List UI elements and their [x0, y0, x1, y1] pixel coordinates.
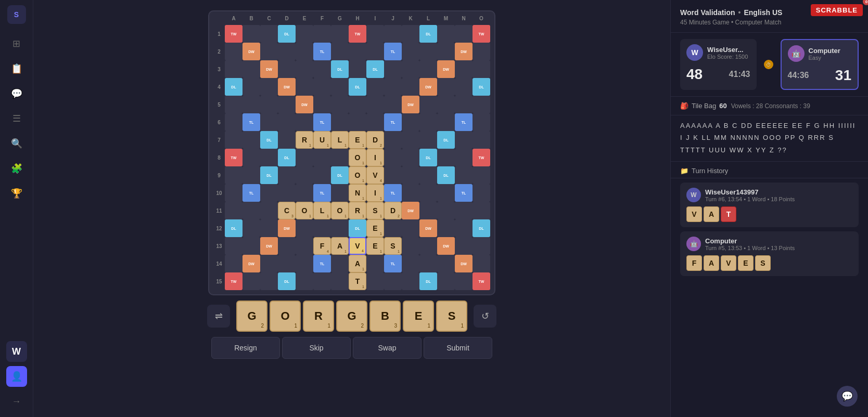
cell-empty-4-14[interactable]: [473, 96, 490, 113]
cell-empty-12-13[interactable]: [455, 237, 473, 255]
cell-empty-3-12[interactable]: [437, 78, 455, 96]
cell-empty-7-1[interactable]: [242, 149, 260, 166]
cell-empty-2-4[interactable]: [296, 60, 313, 78]
cell-empty-0-1[interactable]: [242, 25, 260, 43]
board-tile-10-3[interactable]: C 3: [278, 202, 296, 219]
cell-empty-12-14[interactable]: [473, 237, 490, 255]
rack-tile-1[interactable]: O 1: [270, 301, 301, 332]
cell-empty-0-5[interactable]: [313, 25, 331, 43]
cell-empty-1-0[interactable]: [225, 43, 242, 60]
cell-empty-5-8[interactable]: [366, 113, 384, 131]
cell-empty-1-3[interactable]: [278, 43, 296, 60]
sidebar-item-word[interactable]: W: [6, 341, 27, 362]
board-tile-10-5[interactable]: L 1: [313, 202, 331, 219]
sidebar-item-logout[interactable]: →: [6, 391, 27, 412]
cell-empty-8-10[interactable]: [402, 166, 419, 184]
board-tile-10-8[interactable]: S 1: [366, 202, 384, 219]
cell-empty-4-13[interactable]: [455, 96, 473, 113]
cell-empty-12-1[interactable]: [242, 237, 260, 255]
board-tile-12-8[interactable]: E 1: [366, 237, 384, 255]
cell-empty-3-1[interactable]: [242, 78, 260, 96]
cell-empty-1-4[interactable]: [296, 43, 313, 60]
rack-tile-2[interactable]: R 1: [303, 301, 334, 332]
cell-empty-13-10[interactable]: [402, 255, 419, 272]
cell-empty-3-13[interactable]: [455, 78, 473, 96]
sidebar-item-list[interactable]: ☰: [6, 108, 27, 129]
cell-empty-12-3[interactable]: [278, 237, 296, 255]
cell-empty-11-1[interactable]: [242, 219, 260, 237]
cell-empty-8-13[interactable]: [455, 166, 473, 184]
cell-empty-11-13[interactable]: [455, 219, 473, 237]
cell-empty-11-5[interactable]: [313, 219, 331, 237]
cell-empty-8-1[interactable]: [242, 166, 260, 184]
cell-empty-6-10[interactable]: [402, 131, 419, 149]
board-tile-8-7[interactable]: O 1: [349, 166, 366, 184]
cell-empty-13-12[interactable]: [437, 255, 455, 272]
cell-empty-8-4[interactable]: [296, 166, 313, 184]
cell-empty-5-3[interactable]: [278, 113, 296, 131]
cell-empty-4-0[interactable]: [225, 96, 242, 113]
cell-empty-7-4[interactable]: [296, 149, 313, 166]
cell-empty-5-7[interactable]: [349, 113, 366, 131]
board-tile-6-7[interactable]: E 1: [349, 131, 366, 149]
cell-empty-6-9[interactable]: [384, 131, 402, 149]
cell-empty-6-3[interactable]: [278, 131, 296, 149]
rack-tile-5[interactable]: E 1: [403, 301, 434, 332]
cell-empty-2-11[interactable]: [419, 60, 437, 78]
cell-empty-2-3[interactable]: [278, 60, 296, 78]
sidebar-item-trophy[interactable]: 🏆: [6, 183, 27, 204]
board-tile-9-7[interactable]: N 1: [349, 184, 366, 202]
cell-empty-1-7[interactable]: [349, 43, 366, 60]
cell-empty-5-10[interactable]: [402, 113, 419, 131]
cell-empty-4-3[interactable]: [278, 96, 296, 113]
cell-empty-11-9[interactable]: [384, 219, 402, 237]
cell-empty-12-0[interactable]: [225, 237, 242, 255]
cell-empty-5-12[interactable]: [437, 113, 455, 131]
cell-empty-13-4[interactable]: [296, 255, 313, 272]
sidebar-item-search[interactable]: 🔍: [6, 133, 27, 154]
cell-empty-1-11[interactable]: [419, 43, 437, 60]
cell-empty-10-1[interactable]: [242, 202, 260, 219]
cell-empty-4-1[interactable]: [242, 96, 260, 113]
cell-empty-4-7[interactable]: [349, 96, 366, 113]
cell-empty-0-12[interactable]: [437, 25, 455, 43]
skip-button[interactable]: Skip: [282, 337, 351, 359]
cell-empty-9-12[interactable]: [437, 184, 455, 202]
cell-empty-10-13[interactable]: [455, 202, 473, 219]
cell-empty-5-11[interactable]: [419, 113, 437, 131]
cell-empty-6-11[interactable]: [419, 131, 437, 149]
cell-empty-14-1[interactable]: [242, 272, 260, 290]
cell-empty-10-2[interactable]: [260, 202, 278, 219]
cell-empty-8-14[interactable]: [473, 166, 490, 184]
cell-empty-6-14[interactable]: [473, 131, 490, 149]
sidebar-item-puzzle[interactable]: 🧩: [6, 158, 27, 179]
cell-empty-2-0[interactable]: [225, 60, 242, 78]
cell-empty-2-14[interactable]: [473, 60, 490, 78]
rack-tile-0[interactable]: G 2: [236, 301, 267, 332]
cell-empty-4-2[interactable]: [260, 96, 278, 113]
cell-empty-8-9[interactable]: [384, 166, 402, 184]
cell-empty-2-9[interactable]: [384, 60, 402, 78]
board-tile-6-4[interactable]: R 1: [296, 131, 313, 149]
cell-empty-5-2[interactable]: [260, 113, 278, 131]
cell-empty-3-9[interactable]: [384, 78, 402, 96]
cell-empty-13-6[interactable]: [331, 255, 349, 272]
board-tile-12-9[interactable]: S 1: [384, 237, 402, 255]
cell-empty-5-0[interactable]: [225, 113, 242, 131]
cell-empty-14-12[interactable]: [437, 272, 455, 290]
cell-empty-2-13[interactable]: [455, 60, 473, 78]
cell-empty-3-4[interactable]: [296, 78, 313, 96]
board-tile-7-8[interactable]: I 1: [366, 149, 384, 166]
cell-empty-14-10[interactable]: [402, 272, 419, 290]
cell-empty-4-8[interactable]: [366, 96, 384, 113]
cell-empty-3-6[interactable]: [331, 78, 349, 96]
board-tile-10-7[interactable]: R 1: [349, 202, 366, 219]
board-tile-6-6[interactable]: L 1: [331, 131, 349, 149]
sidebar-item-user[interactable]: 👤: [6, 366, 27, 387]
cell-empty-12-4[interactable]: [296, 237, 313, 255]
cell-empty-7-10[interactable]: [402, 149, 419, 166]
sidebar-item-home[interactable]: ⊞: [6, 33, 27, 54]
cell-empty-0-13[interactable]: [455, 25, 473, 43]
cell-empty-12-10[interactable]: [402, 237, 419, 255]
cell-empty-4-5[interactable]: [313, 96, 331, 113]
